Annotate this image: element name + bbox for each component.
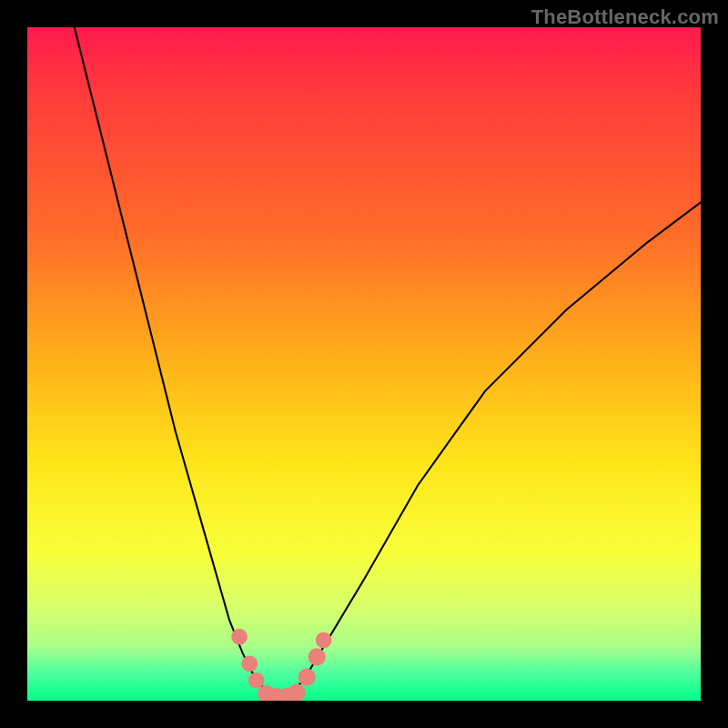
curve-left-branch [75,27,270,694]
curve-right-branch [290,202,701,693]
plot-area [27,27,701,701]
highlight-marker [231,629,248,645]
chart-frame: TheBottleneck.com [0,0,728,728]
highlight-marker [298,668,315,685]
highlight-marker [288,684,305,702]
curve-layer [27,27,701,701]
watermark-text: TheBottleneck.com [531,5,719,29]
highlight-marker [316,632,332,649]
highlight-marker [248,672,265,689]
highlight-marker [241,655,258,672]
highlight-markers [231,629,331,701]
highlight-marker [308,648,326,665]
